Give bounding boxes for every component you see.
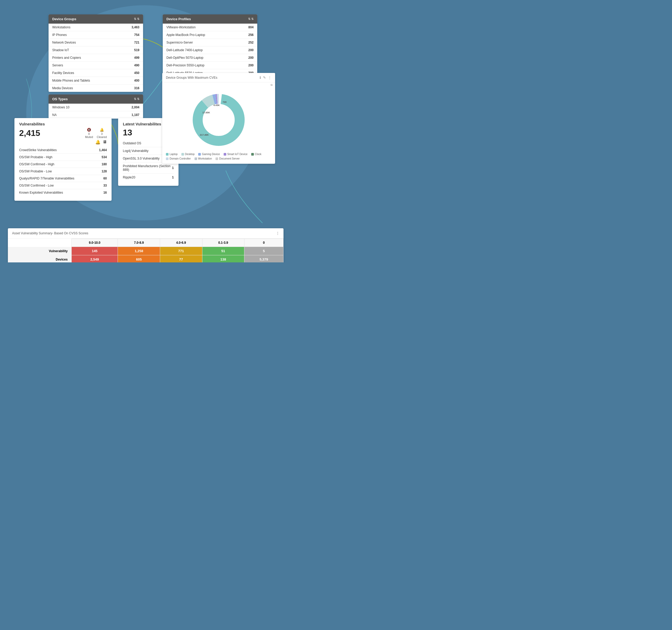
- device-profiles-card: Device Profiles ⇅ ⇅ VMware-Workstation80…: [163, 15, 257, 77]
- dp-name: Dell-Precision 5550-Laptop: [163, 62, 237, 69]
- dp-name: Dell-OptiPlex 5070-Laptop: [163, 54, 237, 62]
- vuln-row: Known Exploited Vulnerabilities16: [19, 189, 107, 196]
- vuln-name: OS/SW Probable - Low: [19, 168, 96, 175]
- vuln-row: OS/SW Confirmed - High180: [19, 161, 107, 168]
- os-types-card: OS Types ⇅ ⇅ Windows 102,004NA1,187: [49, 95, 143, 119]
- device-group-row: Printers and Copiers499: [49, 54, 143, 62]
- os-types-title: OS Types: [52, 97, 68, 101]
- dp-value: 200: [237, 54, 257, 62]
- os-types-table: Windows 102,004NA1,187: [49, 104, 143, 119]
- latest-vuln-name: Prohibited Manufacturers (Section 889): [123, 162, 172, 174]
- device-group-row: Network Devices721: [49, 39, 143, 46]
- dp-value: 200: [237, 62, 257, 69]
- latest-count: 13: [123, 128, 132, 137]
- asset-cell: 5,379: [244, 255, 284, 263]
- dg-name: Facility Devices: [49, 69, 119, 77]
- dp-sort-icon[interactable]: ⇅ ⇅: [248, 17, 254, 21]
- edit-icon[interactable]: ✎: [263, 76, 266, 79]
- asset-cell: 5: [244, 247, 284, 255]
- latest-vuln-value: 1: [172, 162, 174, 174]
- svg-point-5: [204, 105, 233, 134]
- sort-icon[interactable]: ⇅ ⇅: [134, 17, 139, 21]
- asset-col-01: 0.1-3.9: [202, 239, 244, 247]
- legend-laptop: Laptop: [170, 153, 178, 156]
- copy-icon[interactable]: ⧉: [271, 83, 272, 86]
- legend-domain: Domain Controller: [170, 157, 191, 160]
- asset-cell: 51: [202, 247, 244, 255]
- dp-value: 252: [237, 39, 257, 46]
- latest-vuln-row: Prohibited Manufacturers (Section 889)1: [123, 162, 174, 174]
- device-group-row: Facility Devices450: [49, 69, 143, 77]
- cve-icons: ℹ ✎ ⋮: [260, 76, 271, 79]
- legend-desktop: Desktop: [185, 153, 195, 156]
- vuln-value: 60: [96, 175, 107, 182]
- os-name: NA: [49, 111, 107, 119]
- svg-text:217.46K: 217.46K: [200, 133, 209, 136]
- vuln-row: OS/SW Probable - High534: [19, 154, 107, 161]
- device-group-row: Mobile Phones and Tablets400: [49, 77, 143, 84]
- dg-value: 400: [119, 77, 143, 84]
- os-type-row: Windows 102,004: [49, 104, 143, 111]
- device-profiles-table: VMware-Workstation804Apple-MacBook Pro-L…: [163, 24, 257, 77]
- os-sort-icon[interactable]: ⇅ ⇅: [134, 97, 139, 101]
- asset-row: Devices2,549605771385,379: [8, 255, 284, 263]
- asset-row: Vulnerability1451,258771515: [8, 247, 284, 255]
- device-groups-header: Device Groups ⇅ ⇅: [49, 15, 143, 24]
- asset-vuln-title: Asset Vulnerability Summary- Based On CV…: [12, 231, 88, 235]
- legend-gaming: Gaming Device: [202, 153, 220, 156]
- muted-label: Muted: [85, 135, 93, 138]
- dp-value: 200: [237, 46, 257, 54]
- dg-value: 3,463: [119, 24, 143, 31]
- dp-name: Dell-Latitude 7400-Laptop: [163, 46, 237, 54]
- bell-icon[interactable]: 🔔: [95, 140, 100, 145]
- latest-vuln-row: Ripple201: [123, 174, 174, 181]
- device-profile-row: Dell-Precision 5550-Laptop200: [163, 62, 257, 69]
- asset-col-0: 0: [244, 239, 284, 247]
- vuln-value: 33: [96, 182, 107, 189]
- dp-value: 256: [237, 31, 257, 39]
- vuln-count: 2,415: [19, 128, 40, 138]
- latest-vuln-value: 1: [172, 174, 174, 181]
- monitor-icon[interactable]: 🖥: [103, 140, 107, 145]
- device-profile-row: Supermicro-Server252: [163, 39, 257, 46]
- device-group-row: Servers490: [49, 62, 143, 69]
- asset-cell: 2,549: [71, 255, 118, 263]
- cve-card: Device Groups With Maximum CVEs ℹ ✎ ⋮ ⧉ …: [162, 73, 275, 164]
- device-groups-table: Workstations3,463IP Phones754Network Dev…: [49, 24, 143, 92]
- asset-vuln-card: Asset Vulnerability Summary- Based On CV…: [8, 228, 284, 262]
- dg-name: Printers and Copiers: [49, 54, 119, 62]
- dp-name: Supermicro-Server: [163, 39, 237, 46]
- cleared-label: Cleared: [97, 135, 107, 138]
- dg-value: 499: [119, 54, 143, 62]
- dg-name: Network Devices: [49, 39, 119, 46]
- device-profile-row: Apple-MacBook Pro-Laptop256: [163, 31, 257, 39]
- dg-value: 490: [119, 62, 143, 69]
- vuln-name: Qualys/RAPID 7/Tenable Vulnerabilities: [19, 175, 96, 182]
- device-profile-row: VMware-Workstation804: [163, 24, 257, 31]
- muted-icon: 🔇: [87, 128, 91, 132]
- device-groups-card: Device Groups ⇅ ⇅ Workstations3,463IP Ph…: [49, 15, 143, 92]
- legend-doc-server: Document Server: [219, 157, 240, 160]
- os-type-row: NA1,187: [49, 111, 143, 119]
- muted-value: 0: [88, 132, 90, 135]
- asset-cell: 145: [71, 247, 118, 255]
- vuln-row: CrowdStrike Vulnerabilities1,464: [19, 147, 107, 154]
- vuln-muted-cleared: 🔇 0 Muted 🔔 3 Cleared: [85, 128, 107, 138]
- latest-vuln-name: Ripple20: [123, 174, 172, 181]
- device-groups-title: Device Groups: [52, 17, 76, 21]
- asset-more-icon[interactable]: ⋮: [276, 231, 279, 235]
- legend-clock: Clock: [255, 153, 261, 156]
- cleared-icon: 🔔: [100, 128, 104, 132]
- device-group-row: Shadow IoT519: [49, 46, 143, 54]
- asset-cell: 605: [118, 255, 160, 263]
- vuln-name: OS/SW Confirmed - High: [19, 161, 96, 168]
- more-icon[interactable]: ⋮: [268, 76, 271, 79]
- dg-name: Servers: [49, 62, 119, 69]
- asset-row-label: Devices: [8, 255, 71, 263]
- dg-value: 519: [119, 46, 143, 54]
- asset-cell: 1,258: [118, 247, 160, 255]
- info-icon[interactable]: ℹ: [260, 76, 261, 79]
- legend-workstation: Workstation: [198, 157, 212, 160]
- vuln-name: Known Exploited Vulnerabilities: [19, 189, 96, 196]
- vuln-name: OS/SW Confirmed - Low: [19, 182, 96, 189]
